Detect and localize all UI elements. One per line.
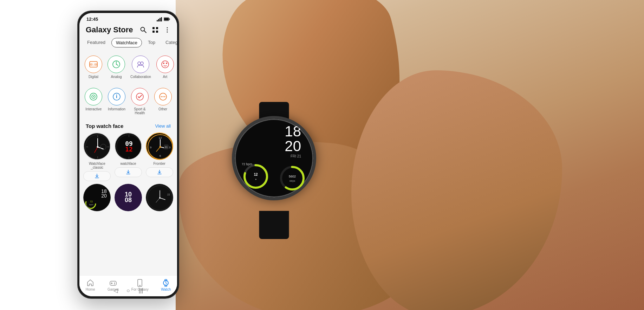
interactive-icon [85,88,102,105]
svg-point-22 [167,30,168,31]
watch-face-row2-1[interactable]: 72 bpm 18 20 [83,184,111,211]
information-icon: i [108,88,125,105]
category-digital[interactable]: 00:00 Digital [83,53,104,82]
download-digital-btn[interactable] [115,167,142,177]
svg-point-95 [114,282,115,283]
home-icon [86,279,94,287]
svg-text:08: 08 [125,196,132,204]
category-information[interactable]: i Information [106,85,128,118]
nav-recents[interactable]: ||| [139,288,143,294]
information-label: Information [108,107,125,111]
svg-point-31 [162,61,169,68]
watch-body: 18 20 FRI 21 12 ● [232,116,316,200]
apps-icon[interactable] [152,26,159,33]
watch-face-thumb-frontier: 12 6 9 3 11 [146,133,173,160]
nav-watch[interactable]: Watch [161,279,171,291]
svg-point-29 [138,62,141,65]
svg-rect-101 [165,285,167,286]
category-art[interactable]: Art [155,53,176,82]
download-classic-btn[interactable] [83,171,111,181]
nav-home[interactable]: Home [86,279,95,291]
more-icon[interactable] [164,26,171,33]
svg-text:●: ● [255,178,256,180]
digital-label: Digital [89,75,98,79]
watch-face-row2-thumb-2: 10 08 [115,184,142,211]
svg-point-42 [162,96,163,97]
watch-steps-ring: 5602 steps [278,164,306,192]
watch-heart-rate: 72 bpm [242,162,252,166]
tab-featured[interactable]: Featured [83,38,110,47]
svg-line-103 [166,283,167,284]
search-icon[interactable] [140,26,147,33]
interactive-label: Interactive [85,107,102,111]
art-label: Art [163,75,168,79]
watch-face-digital[interactable]: 09 12 watchface [114,133,143,181]
svg-point-23 [167,32,168,33]
collaboration-icon [132,56,149,73]
art-icon [156,56,174,73]
battery-icon [164,17,170,21]
svg-text:9: 9 [150,146,151,149]
watch-face-row2-3[interactable]: 22 [145,184,174,211]
collaboration-label: Collaboration [130,75,151,79]
category-analog[interactable]: Analog [106,53,127,82]
svg-rect-9 [158,19,159,21]
nav-home-hw[interactable]: ○ [126,288,130,294]
app-header: Galaxy Store [79,24,177,38]
watch-face-classic[interactable]: Watchface_classic [83,133,111,181]
svg-line-16 [144,31,146,33]
nav-back[interactable]: ◁ [113,287,118,294]
phone-mockup: 12:45 Galaxy Stor [77,11,179,299]
category-interactive[interactable]: Interactive [83,85,104,118]
main-content: 18 20 FRI 21 12 ● [0,0,644,310]
tab-watchface[interactable]: Watchface [111,38,142,47]
svg-text:11: 11 [165,146,168,148]
nav-watch-label: Watch [161,288,171,291]
svg-text:6: 6 [159,154,161,157]
sport-health-icon [131,88,149,105]
signal-icon [157,17,162,21]
other-label: Other [158,107,167,111]
svg-text:i: i [116,93,117,99]
svg-rect-17 [152,27,155,29]
phone-bottom-bar: ◁ ○ ||| [113,287,143,294]
watch-face-row2-thumb-3: 22 [146,184,173,211]
app-title: Galaxy Store [86,25,133,34]
section-title: Top watch face [86,123,123,129]
svg-point-41 [161,96,162,97]
sport-health-label: Sport & Health [131,107,149,115]
svg-point-53 [97,146,99,148]
category-sport-health[interactable]: Sport & Health [129,85,151,118]
watch-face-row2-2[interactable]: 10 08 [114,184,143,211]
view-all-link[interactable]: View all [155,123,171,129]
svg-point-96 [114,283,115,284]
header-action-icons [140,26,171,33]
watch-activity-ring: 12 ● [242,162,270,190]
svg-rect-10 [160,18,161,21]
watch-face-display: 18 20 FRI 21 12 ● [235,119,313,198]
svg-point-91 [159,197,161,199]
svg-text:22: 22 [167,193,170,196]
watch-face-frontier[interactable]: 12 6 9 3 11 [145,133,174,181]
category-grid-row1: 00:00 Digital Analog [79,53,177,82]
svg-point-30 [141,62,143,65]
svg-line-28 [116,64,118,65]
watch-hour: 18 [285,124,301,139]
svg-rect-8 [157,20,158,21]
tab-top[interactable]: Top [144,38,160,47]
svg-text:steps: steps [290,180,295,182]
tab-category[interactable]: Category [161,38,177,47]
watch-face-digital-label: watchface [120,162,136,166]
category-collaboration[interactable]: Collaboration [129,53,153,82]
watch-band-bottom [259,211,289,239]
svg-rect-14 [169,19,170,20]
watch-face-thumb-classic [83,133,111,160]
watch-face-thumb-digital: 09 12 [115,133,142,160]
analog-icon [108,56,125,73]
svg-point-21 [167,27,168,28]
games-icon [109,279,117,287]
watch-face-row2-thumb-1: 72 bpm 18 20 [83,184,111,211]
category-other[interactable]: Other [152,85,174,118]
download-frontier-btn[interactable] [146,167,173,177]
watch-face-frontier-label: Frontier [153,162,165,166]
